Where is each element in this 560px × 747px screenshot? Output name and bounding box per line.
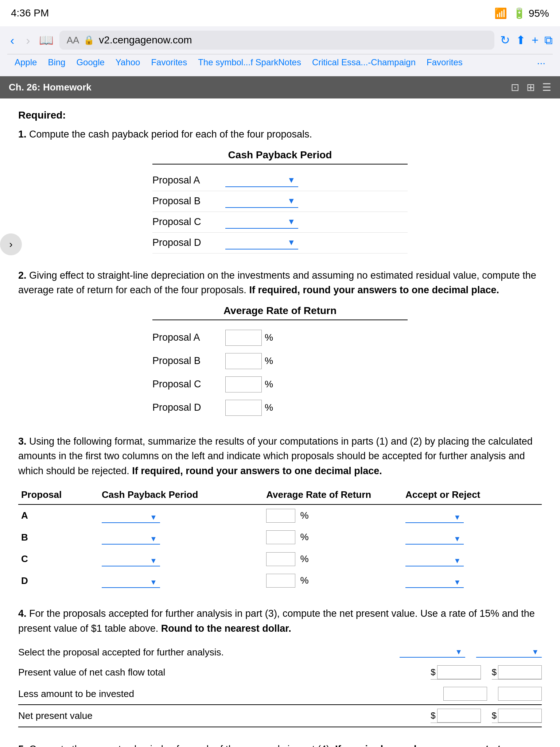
- content-wrapper: › 🎧 ? Required: 1. Compute the cash payb…: [0, 98, 560, 747]
- q4-proposal-dropdown-2[interactable]: ▼: [476, 647, 542, 658]
- q3-cpb-dropdown-c[interactable]: ▼: [102, 556, 160, 566]
- q2-label-a: Proposal A: [152, 332, 225, 343]
- bookmarks-more[interactable]: ···: [537, 57, 545, 69]
- q1-row-d: Proposal D ▼: [152, 233, 408, 253]
- status-right: 📶 🔋 95%: [494, 7, 549, 19]
- q3-aor-dropdown-d[interactable]: ▼: [405, 577, 464, 588]
- bookmarks-bar: Apple Bing Google Yahoo Favorites The sy…: [7, 54, 553, 72]
- chevron-down-icon: ▼: [150, 535, 157, 543]
- q3-text: 3. Using the following format, summarize…: [18, 434, 542, 479]
- q2-input-c[interactable]: [225, 376, 262, 392]
- chevron-down-icon: ▼: [287, 217, 295, 227]
- q1-body: Compute the cash payback period for each…: [29, 129, 312, 140]
- q3-aor-b: ▼: [402, 527, 542, 549]
- q3-header-proposal: Proposal: [18, 485, 99, 504]
- bookmark-google[interactable]: Google: [76, 57, 104, 69]
- wifi-icon: 📶: [494, 7, 507, 19]
- q4-pv-input-2[interactable]: [498, 665, 542, 679]
- dollar-sign-1: $: [431, 667, 435, 677]
- q2-table: Average Rate of Return Proposal A % Prop…: [152, 305, 408, 419]
- q3-aor-c: ▼: [402, 548, 542, 570]
- chevron-down-icon: ▼: [454, 535, 461, 543]
- q4-less-inputs: [443, 687, 542, 701]
- q4-less-input-1[interactable]: [443, 687, 487, 701]
- browser-chrome: ‹ › 📖 AA 🔒 v2.cengagenow.com ↻ ⬆ + ⧉ App…: [0, 26, 560, 76]
- q4-bold: Round to the nearest dollar.: [161, 623, 291, 634]
- bookmark-favorites2[interactable]: Favorites: [427, 57, 463, 69]
- bookmark-sparknotes[interactable]: The symbol...f SparkNotes: [198, 57, 301, 69]
- q1-dropdown-c[interactable]: ▼: [225, 216, 298, 229]
- address-bar[interactable]: AA 🔒 v2.cengagenow.com: [59, 31, 495, 50]
- q3-cpb-c: ▼: [99, 548, 263, 570]
- q3-header-aor: Accept or Reject: [402, 485, 542, 504]
- q3-proposal-d: D: [18, 570, 99, 592]
- q3-arr-input-d[interactable]: [266, 574, 295, 588]
- q4-num: 4.: [18, 608, 27, 619]
- q1-dropdown-a[interactable]: ▼: [225, 174, 298, 187]
- chevron-down-icon: ▼: [454, 513, 461, 522]
- status-time: 4:36 PM: [11, 7, 49, 19]
- q1-dropdown-b[interactable]: ▼: [225, 195, 298, 208]
- bookmark-apple[interactable]: Apple: [15, 57, 37, 69]
- q2-input-b[interactable]: [225, 353, 262, 369]
- q3-cpb-d: ▼: [99, 570, 263, 592]
- q3-arr-input-a[interactable]: [266, 509, 295, 523]
- q1-label-d: Proposal D: [152, 237, 225, 248]
- bookmark-bing[interactable]: Bing: [48, 57, 65, 69]
- forward-button[interactable]: ›: [23, 32, 33, 49]
- back-button[interactable]: ‹: [7, 32, 17, 49]
- q3-aor-dropdown-a[interactable]: ▼: [405, 512, 464, 523]
- q2-num: 2.: [18, 270, 27, 281]
- q3-arr-pct-c: %: [300, 553, 308, 564]
- q1-row-a: Proposal A ▼: [152, 170, 408, 191]
- chevron-down-icon: ▼: [150, 513, 157, 522]
- q3-header-arr: Average Rate of Return: [263, 485, 402, 504]
- q3-aor-dropdown-b[interactable]: ▼: [405, 534, 464, 545]
- bookmark-champaign[interactable]: Critical Essa...-Champaign: [312, 57, 416, 69]
- dollar-sign-4: $: [492, 711, 497, 721]
- reader-icon[interactable]: 📖: [39, 33, 54, 47]
- q3-arr-input-b[interactable]: [266, 530, 295, 544]
- q4-select-row: Select the proposal accepted for further…: [18, 643, 542, 662]
- q3-table: Proposal Cash Payback Period Average Rat…: [18, 485, 542, 592]
- share-icon[interactable]: ⬆: [516, 33, 526, 47]
- chevron-down-icon: ▼: [455, 648, 462, 656]
- q3-aor-dropdown-c[interactable]: ▼: [405, 556, 464, 566]
- q2-input-d[interactable]: [225, 400, 262, 416]
- q2-input-a[interactable]: [225, 330, 262, 346]
- q5-text: 5. Compute the present value index for e…: [18, 742, 542, 747]
- q3-cpb-dropdown-b[interactable]: ▼: [102, 534, 160, 545]
- q2-table-title: Average Rate of Return: [152, 305, 408, 320]
- q4-npv-input-1[interactable]: [437, 709, 481, 723]
- refresh-icon[interactable]: ↻: [500, 33, 510, 47]
- add-tab-icon[interactable]: +: [532, 34, 538, 47]
- q3-arr-b: %: [263, 527, 402, 549]
- q3-arr-input-c[interactable]: [266, 552, 295, 566]
- status-bar: 4:36 PM 📶 🔋 95%: [0, 0, 560, 26]
- q4-pv-input1-wrap: $: [431, 665, 481, 680]
- q3-cpb-dropdown-a[interactable]: ▼: [102, 512, 160, 523]
- chevron-down-icon: ▼: [150, 557, 157, 565]
- q3-cpb-dropdown-d[interactable]: ▼: [102, 577, 160, 588]
- bookmark-favorites[interactable]: Favorites: [151, 57, 187, 69]
- chevron-down-icon: ▼: [150, 578, 157, 587]
- chevron-down-icon: ▼: [287, 238, 295, 247]
- q4-npv-input1-wrap: $: [431, 709, 481, 723]
- q3-header-cpb: Cash Payback Period: [99, 485, 263, 504]
- required-label: Required:: [18, 109, 542, 121]
- header-icon-2[interactable]: ⊞: [526, 81, 535, 93]
- url-text: v2.cengagenow.com: [99, 34, 192, 46]
- tabs-icon[interactable]: ⧉: [544, 34, 553, 47]
- q4-pv-input-1[interactable]: [437, 665, 481, 679]
- chevron-down-icon: ▼: [287, 175, 295, 185]
- q4-proposal-dropdown-1[interactable]: ▼: [400, 647, 465, 658]
- q3-arr-pct-d: %: [300, 575, 308, 586]
- q4-less-input-2[interactable]: [498, 687, 542, 701]
- q1-dropdown-d[interactable]: ▼: [225, 236, 298, 249]
- left-arrow-button[interactable]: ›: [0, 233, 22, 255]
- header-icon-3[interactable]: ☰: [542, 81, 551, 93]
- q3-row-d: D ▼ %: [18, 570, 542, 592]
- q4-npv-input-2[interactable]: [498, 709, 542, 723]
- header-icon-1[interactable]: ⊡: [511, 81, 519, 93]
- bookmark-yahoo[interactable]: Yahoo: [116, 57, 140, 69]
